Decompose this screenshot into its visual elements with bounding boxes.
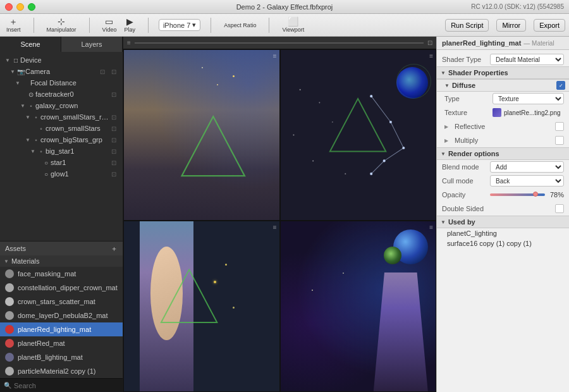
- material-item-planer-red[interactable]: planerRed_lighting_mat: [0, 322, 123, 336]
- double-sided-checkbox[interactable]: [555, 204, 564, 213]
- cull-mode-select[interactable]: Back: [490, 175, 564, 187]
- render-options-section[interactable]: ▼ Render options: [437, 147, 569, 160]
- toolbar: ＋ Insert ⊹ Manipulator ▭ Video ▶ Play iP…: [0, 14, 569, 37]
- tree-item-crown-small[interactable]: ◦ crown_smallStars ⊡: [0, 123, 123, 134]
- manipulator-group: ⊹ Manipulator: [44, 16, 79, 34]
- tab-scene[interactable]: Scene: [0, 37, 61, 52]
- tree-item-device[interactable]: ▼ □ Device: [0, 54, 123, 66]
- material-item-planet-b[interactable]: planetB_lighting_mat: [0, 350, 123, 364]
- shader-properties-section[interactable]: ▼ Shader Properties: [437, 66, 569, 79]
- play-button[interactable]: ▶ Play: [121, 16, 138, 34]
- svg-line-2: [390, 122, 403, 148]
- eye-icon: ⊡: [111, 91, 120, 98]
- tree-item-bigstars[interactable]: ▼ ◦ crown_bigStars_grp ⊡: [0, 134, 123, 145]
- tree-arrow: ▼: [30, 149, 37, 154]
- material-item-dome[interactable]: dome_layerD_nebulaB2_mat: [0, 309, 123, 322]
- vp-menu-icon[interactable]: ≡: [273, 224, 277, 231]
- opacity-handle: [533, 192, 538, 197]
- eye-icon: ⊡: [111, 137, 120, 144]
- diffuse-section[interactable]: ▼ Diffuse ✓: [437, 79, 569, 92]
- material-item-constellation[interactable]: constellation_dipper_crown_mat: [0, 281, 123, 295]
- material-label: planerRed_lighting_mat: [18, 326, 91, 333]
- mirror-button[interactable]: Mirror: [496, 19, 526, 32]
- tree-arrow: ▼: [25, 137, 32, 143]
- tree-item-glow1[interactable]: ○ glow1 ⊡: [0, 168, 123, 180]
- video-button[interactable]: ▭ Video: [100, 16, 119, 34]
- diffuse-checkbox[interactable]: ✓: [556, 81, 565, 90]
- opacity-value-group: 78%: [490, 191, 564, 199]
- svg-point-15: [312, 160, 314, 161]
- tree-label: crown_bigStars_grp: [40, 136, 111, 144]
- camera-icon: 📷: [16, 68, 25, 75]
- shader-type-select[interactable]: Default Material: [490, 54, 564, 65]
- shader-type-value: Default Material: [490, 54, 564, 65]
- viewport-controls-tr: ≡: [429, 52, 433, 59]
- material-item-face[interactable]: face_masking_mat: [0, 267, 123, 281]
- tree-item-galaxy-crown[interactable]: ▼ ◦ galaxy_crown: [0, 100, 123, 111]
- device-dropdown[interactable]: iPhone 7 ▾: [159, 19, 200, 31]
- material-label: particleMaterial2 copy (1): [18, 367, 96, 375]
- insert-button[interactable]: ＋ Insert: [4, 16, 23, 34]
- timeline-right-icon: ⊡: [427, 39, 432, 46]
- svg-point-6: [389, 121, 391, 123]
- right-panel: planerRed_lighting_mat — Material Shader…: [436, 37, 569, 392]
- tree-label: big_star1: [46, 147, 111, 155]
- tree-item-focal[interactable]: ▼ Focal Distance: [0, 77, 123, 89]
- double-sided-row: Double Sided: [437, 202, 569, 216]
- multiply-checkbox[interactable]: [555, 136, 564, 145]
- material-label: planetB_lighting_mat: [18, 353, 83, 361]
- check-icon: ✓: [559, 83, 563, 89]
- material-label: dome_layerD_nebulaB2_mat: [18, 312, 107, 319]
- vp-menu-icon[interactable]: ≡: [273, 52, 277, 59]
- toolbar-sep-3: [148, 18, 149, 33]
- tree-item-smallstars-rot[interactable]: ▼ ◦ crown_smallStars_rotati ⊡: [0, 111, 123, 123]
- timeline-icon: ≡: [127, 39, 131, 46]
- assets-add-icon[interactable]: ＋: [111, 244, 118, 254]
- tree-item-bigstar1[interactable]: ▼ ◦ big_star1 ⊡: [0, 145, 123, 157]
- material-item-particle[interactable]: particleMaterial2 copy (1): [0, 364, 123, 378]
- star-dot-3: [202, 67, 203, 68]
- tree-arrow: ▼: [5, 58, 11, 63]
- star-dot-bl-2: [225, 264, 227, 266]
- diffuse-label: Diffuse: [452, 82, 475, 89]
- material-item-crown-stars[interactable]: crown_stars_scatter_mat: [0, 295, 123, 309]
- blend-mode-select[interactable]: Add: [490, 161, 564, 173]
- material-label: planetRed_mat: [18, 340, 65, 347]
- material-item-planet-red[interactable]: planetRed_mat: [0, 336, 123, 350]
- opacity-slider[interactable]: [490, 193, 545, 196]
- rc-version: RC v12.0.0 (SDK: v12) (5542985: [471, 3, 564, 10]
- assets-header: Assets ＋: [0, 242, 123, 255]
- svg-point-14: [345, 173, 346, 175]
- reflective-checkbox[interactable]: [555, 122, 564, 131]
- search-input[interactable]: [14, 382, 119, 389]
- svg-point-10: [299, 89, 300, 90]
- tab-layers[interactable]: Layers: [61, 37, 123, 52]
- eye-icon: ⊡: [111, 159, 120, 166]
- tree-arrow: ▼: [20, 103, 27, 109]
- vp-menu-icon[interactable]: ≡: [429, 52, 433, 59]
- run-script-button[interactable]: Run Script: [445, 19, 489, 32]
- aspect-ratio-button[interactable]: Aspect Ratio: [221, 21, 259, 30]
- tree-item-facetracker[interactable]: ⊙ facetracker0 ⊡: [0, 89, 123, 100]
- tree-item-star1[interactable]: ○ star1 ⊡: [0, 157, 123, 168]
- type-select[interactable]: Texture: [493, 93, 564, 104]
- used-by-section[interactable]: ▼ Used by: [437, 216, 569, 228]
- star-icon: ○: [42, 159, 51, 166]
- export-button[interactable]: Export: [534, 19, 565, 32]
- manipulator-button[interactable]: ⊹ Manipulator: [44, 16, 79, 34]
- chevron-down-icon: ▼: [441, 151, 446, 157]
- viewport-button[interactable]: ⬜ Viewport: [279, 16, 307, 34]
- multiply-row: ▶ Multiply: [437, 133, 569, 147]
- chevron-down-icon: ▼: [444, 83, 450, 89]
- maximize-button[interactable]: [28, 3, 35, 11]
- vp-menu-icon[interactable]: ≡: [429, 224, 433, 231]
- materials-section-header[interactable]: ▼ Materials: [0, 255, 123, 267]
- tree-item-camera[interactable]: ▼ 📷 Camera ⊡ ⊡: [0, 66, 123, 77]
- search-icon: 🔍: [4, 382, 11, 389]
- panel-tabs: Scene Layers: [0, 37, 123, 52]
- main-layout: Scene Layers ▼ □ Device ▼ 📷 Camera ⊡ ⊡ ▼: [0, 37, 569, 392]
- minimize-button[interactable]: [16, 3, 24, 11]
- close-button[interactable]: [5, 3, 13, 11]
- star-dot-bl-3: [233, 307, 235, 309]
- tree-label: crown_smallStars_rotati: [40, 113, 111, 121]
